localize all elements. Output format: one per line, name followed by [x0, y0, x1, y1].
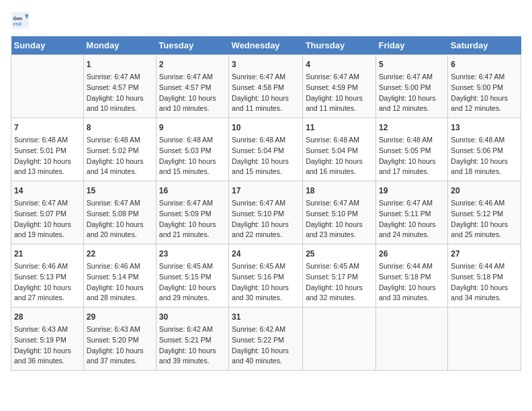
calendar-cell: [375, 308, 447, 371]
cell-line: Daylight: 10 hours: [306, 156, 373, 167]
cell-line: Sunrise: 6:47 AM: [379, 198, 445, 209]
calendar-cell: 3Sunrise: 6:47 AMSunset: 4:58 PMDaylight…: [229, 55, 303, 118]
day-number: 5: [379, 58, 445, 71]
cell-line: Sunset: 5:10 PM: [306, 209, 373, 220]
cell-line: and 18 minutes.: [451, 167, 518, 177]
cell-line: Sunset: 5:01 PM: [14, 146, 81, 156]
cell-line: Sunrise: 6:46 AM: [14, 261, 81, 272]
cell-line: Sunrise: 6:42 AM: [232, 324, 300, 335]
cell-line: and 19 minutes.: [14, 230, 81, 240]
cell-line: and 25 minutes.: [451, 230, 518, 240]
cell-line: Sunrise: 6:46 AM: [87, 261, 153, 272]
cell-line: and 12 minutes.: [379, 103, 445, 114]
cell-line: and 27 minutes.: [14, 293, 81, 304]
calendar-week-row: 28Sunrise: 6:43 AMSunset: 5:19 PMDayligh…: [11, 308, 521, 371]
cell-line: Sunrise: 6:48 AM: [159, 135, 226, 146]
cell-line: and 37 minutes.: [87, 356, 153, 367]
calendar-header-wednesday: Wednesday: [229, 36, 303, 55]
calendar-cell: 21Sunrise: 6:46 AMSunset: 5:13 PMDayligh…: [11, 244, 84, 308]
day-number: 18: [306, 185, 373, 197]
cell-line: Sunset: 4:57 PM: [159, 83, 226, 93]
cell-line: Sunset: 5:21 PM: [159, 335, 226, 346]
calendar-cell: 5Sunrise: 6:47 AMSunset: 5:00 PMDaylight…: [375, 55, 447, 118]
day-number: 7: [14, 122, 81, 134]
cell-line: Daylight: 10 hours: [451, 93, 518, 104]
calendar-header-row: SundayMondayTuesdayWednesdayThursdayFrid…: [11, 36, 521, 55]
calendar-cell: 26Sunrise: 6:44 AMSunset: 5:18 PMDayligh…: [375, 244, 447, 308]
cell-line: Daylight: 10 hours: [159, 93, 226, 104]
cell-line: Daylight: 10 hours: [159, 220, 226, 230]
cell-line: and 16 minutes.: [306, 167, 373, 177]
day-number: 6: [451, 58, 518, 71]
cell-line: Sunset: 5:08 PM: [87, 209, 153, 220]
calendar-cell: 4Sunrise: 6:47 AMSunset: 4:59 PMDaylight…: [303, 55, 376, 118]
day-number: 25: [306, 248, 373, 260]
calendar-cell: 1Sunrise: 6:47 AMSunset: 4:57 PMDaylight…: [83, 55, 156, 118]
cell-line: and 15 minutes.: [159, 167, 226, 177]
cell-line: Sunrise: 6:47 AM: [306, 72, 373, 83]
cell-line: Sunrise: 6:44 AM: [379, 261, 445, 272]
calendar-cell: 31Sunrise: 6:42 AMSunset: 5:22 PMDayligh…: [229, 308, 303, 371]
cell-line: Daylight: 10 hours: [14, 346, 81, 357]
cell-line: Sunset: 5:02 PM: [87, 146, 153, 156]
day-number: 19: [379, 185, 445, 197]
cell-line: Daylight: 10 hours: [232, 346, 300, 357]
calendar-cell: 22Sunrise: 6:46 AMSunset: 5:14 PMDayligh…: [83, 244, 156, 308]
cell-line: and 17 minutes.: [379, 167, 445, 177]
cell-line: Sunrise: 6:47 AM: [232, 72, 300, 83]
cell-line: Sunrise: 6:47 AM: [14, 198, 81, 209]
cell-line: Sunset: 5:17 PM: [306, 272, 373, 283]
day-number: 14: [14, 185, 81, 197]
cell-line: Sunrise: 6:43 AM: [14, 324, 81, 335]
cell-line: Sunset: 4:58 PM: [232, 83, 300, 93]
cell-line: Daylight: 10 hours: [87, 93, 153, 104]
cell-line: Sunrise: 6:47 AM: [306, 198, 373, 209]
cell-line: Daylight: 10 hours: [306, 93, 373, 104]
cell-line: Sunrise: 6:48 AM: [451, 135, 518, 146]
calendar-week-row: 14Sunrise: 6:47 AMSunset: 5:07 PMDayligh…: [11, 181, 521, 244]
calendar-cell: 19Sunrise: 6:47 AMSunset: 5:11 PMDayligh…: [375, 181, 447, 244]
cell-line: Sunset: 5:18 PM: [379, 272, 445, 283]
calendar-cell: 6Sunrise: 6:47 AMSunset: 5:00 PMDaylight…: [448, 55, 521, 118]
cell-line: Daylight: 10 hours: [87, 346, 153, 357]
cell-line: Daylight: 10 hours: [87, 283, 153, 293]
cell-line: and 33 minutes.: [379, 293, 445, 304]
calendar-cell: 20Sunrise: 6:46 AMSunset: 5:12 PMDayligh…: [448, 181, 521, 244]
calendar-cell: 8Sunrise: 6:48 AMSunset: 5:02 PMDaylight…: [83, 118, 156, 181]
svg-text:eral: eral: [13, 21, 22, 26]
cell-line: Sunset: 5:15 PM: [159, 272, 226, 283]
day-number: 29: [87, 311, 153, 323]
cell-line: Sunset: 4:59 PM: [306, 83, 373, 93]
calendar-cell: 12Sunrise: 6:48 AMSunset: 5:05 PMDayligh…: [375, 118, 447, 181]
day-number: 8: [87, 122, 153, 134]
calendar-cell: [303, 308, 376, 371]
cell-line: and 11 minutes.: [306, 103, 373, 114]
cell-line: and 12 minutes.: [451, 103, 518, 114]
cell-line: and 28 minutes.: [87, 293, 153, 304]
cell-line: Daylight: 10 hours: [232, 220, 300, 230]
cell-line: Sunset: 5:18 PM: [451, 272, 518, 283]
calendar-header-sunday: Sunday: [11, 36, 84, 55]
cell-line: and 32 minutes.: [306, 293, 373, 304]
cell-line: Sunset: 5:00 PM: [451, 83, 518, 93]
cell-line: Sunrise: 6:48 AM: [87, 135, 153, 146]
calendar-cell: [11, 55, 84, 118]
cell-line: Sunset: 5:14 PM: [87, 272, 153, 283]
cell-line: and 23 minutes.: [306, 230, 373, 240]
cell-line: Sunrise: 6:47 AM: [87, 198, 153, 209]
svg-text:Gen: Gen: [13, 16, 23, 21]
day-number: 10: [232, 122, 300, 134]
calendar-body: 1Sunrise: 6:47 AMSunset: 4:57 PMDaylight…: [11, 55, 521, 371]
cell-line: Sunset: 5:00 PM: [379, 83, 445, 93]
calendar-cell: 16Sunrise: 6:47 AMSunset: 5:09 PMDayligh…: [156, 181, 228, 244]
calendar-cell: 11Sunrise: 6:48 AMSunset: 5:04 PMDayligh…: [303, 118, 376, 181]
calendar-week-row: 21Sunrise: 6:46 AMSunset: 5:13 PMDayligh…: [11, 244, 521, 308]
cell-line: Daylight: 10 hours: [14, 220, 81, 230]
cell-line: Sunset: 5:20 PM: [87, 335, 153, 346]
calendar-cell: 28Sunrise: 6:43 AMSunset: 5:19 PMDayligh…: [11, 308, 84, 371]
cell-line: Sunrise: 6:47 AM: [232, 198, 300, 209]
cell-line: Sunset: 5:05 PM: [379, 146, 445, 156]
calendar-cell: 25Sunrise: 6:45 AMSunset: 5:17 PMDayligh…: [303, 244, 376, 308]
cell-line: and 10 minutes.: [159, 103, 226, 114]
day-number: 30: [159, 311, 226, 323]
